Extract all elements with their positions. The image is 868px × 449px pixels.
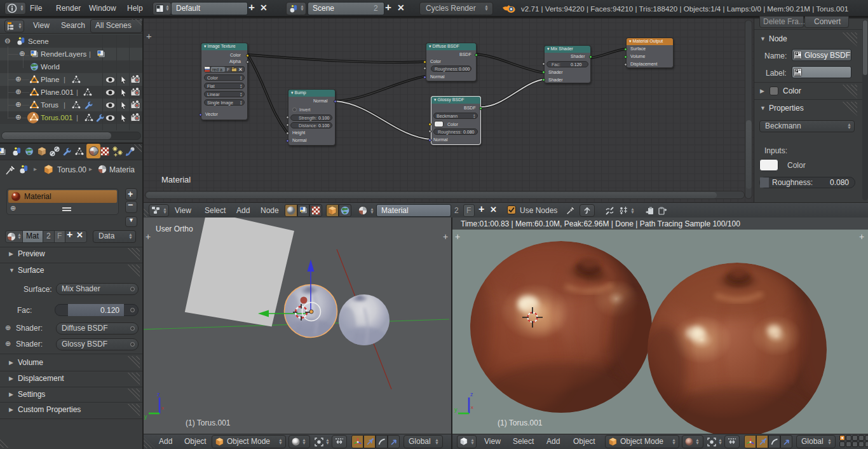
svg-text:y: y bbox=[144, 413, 147, 420]
svg-text:y: y bbox=[454, 406, 458, 413]
svg-text:z: z bbox=[470, 391, 473, 397]
svg-text:z: z bbox=[157, 391, 160, 397]
svg-text:x: x bbox=[161, 405, 164, 411]
svg-text:x: x bbox=[471, 404, 473, 410]
